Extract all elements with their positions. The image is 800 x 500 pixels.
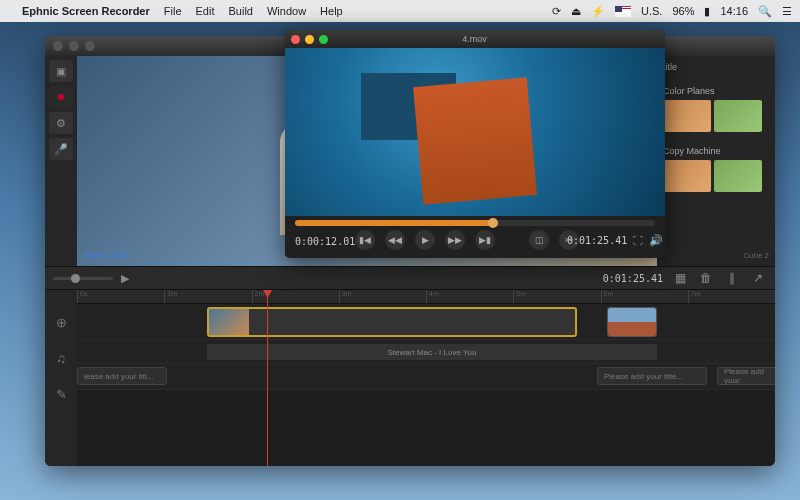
video-clip[interactable] xyxy=(607,307,657,337)
watermark-label: Water mark xyxy=(83,250,129,260)
close-icon[interactable] xyxy=(291,35,300,44)
title-clip[interactable]: Please add your xyxy=(717,367,775,385)
wifi-icon[interactable]: ⚡ xyxy=(591,5,605,18)
preview-window: 4.mov 0:00:12.01 ▮◀ ◀◀ ▶ ▶▶ ▶▮ ◫ ✂ 0:01:… xyxy=(285,30,665,258)
minimize-icon[interactable] xyxy=(305,35,314,44)
library-icon[interactable]: ▦ xyxy=(671,269,689,287)
title-clip[interactable]: lease add your titl... xyxy=(77,367,167,385)
spotlight-icon[interactable]: 🔍 xyxy=(758,5,772,18)
locale-label: U.S. xyxy=(641,5,662,17)
effect-thumb[interactable] xyxy=(663,160,711,192)
crop-icon[interactable]: ◫ xyxy=(529,230,549,250)
notification-icon[interactable]: ☰ xyxy=(782,5,792,18)
mid-toolbar: ▶ 0:01:25.41 ▦ 🗑 ∥ ↗ xyxy=(45,266,775,290)
effect-thumb[interactable] xyxy=(714,100,762,132)
battery-icon[interactable]: ▮ xyxy=(704,5,710,18)
eject-icon[interactable]: ⏏ xyxy=(571,5,581,18)
timeline-ruler[interactable]: 0s1m2m3m4m5m6m7m xyxy=(77,290,775,304)
preview-titlebar[interactable]: 4.mov xyxy=(285,30,665,48)
prev-icon[interactable]: ▮◀ xyxy=(355,230,375,250)
zoom-icon[interactable] xyxy=(85,41,95,51)
effect-thumb[interactable] xyxy=(714,160,762,192)
timecode-right: 0:01:25.41 xyxy=(603,273,663,284)
title-track[interactable]: lease add your titl... Please add your t… xyxy=(77,364,775,390)
title-effect-label: title xyxy=(663,62,769,72)
mac-menubar: Ephnic Screen Recorder File Edit Build W… xyxy=(0,0,800,22)
playhead[interactable] xyxy=(267,290,268,466)
minimize-icon[interactable] xyxy=(69,41,79,51)
next-icon[interactable]: ▶▮ xyxy=(475,230,495,250)
menu-edit[interactable]: Edit xyxy=(196,5,215,17)
scrubber[interactable] xyxy=(295,220,655,226)
audio-track[interactable]: Stewart Mac - I Love You xyxy=(77,340,775,364)
play-mini-icon[interactable]: ▶ xyxy=(121,272,129,285)
mic-icon[interactable]: 🎤 xyxy=(49,138,73,160)
audio-track-icon[interactable]: ♫ xyxy=(45,340,77,376)
effect-badge: Cube 2 xyxy=(663,251,769,260)
menu-help[interactable]: Help xyxy=(320,5,343,17)
effect-thumb[interactable] xyxy=(663,100,711,132)
menubar-app-name[interactable]: Ephnic Screen Recorder xyxy=(22,5,150,17)
share-icon[interactable]: ↗ xyxy=(749,269,767,287)
record-button[interactable] xyxy=(49,86,73,108)
volume-icon[interactable]: 🔊 xyxy=(649,234,663,247)
rewind-icon[interactable]: ◀◀ xyxy=(385,230,405,250)
battery-label: 96% xyxy=(672,5,694,17)
title-clip[interactable]: Please add your title... xyxy=(597,367,707,385)
menu-build[interactable]: Build xyxy=(228,5,252,17)
preview-filename: 4.mov xyxy=(334,34,615,44)
zoom-slider[interactable] xyxy=(53,277,113,280)
menu-file[interactable]: File xyxy=(164,5,182,17)
video-clip[interactable] xyxy=(207,307,577,337)
left-toolbar: ▣ ⚙ 🎤 xyxy=(45,56,77,266)
adjust-icon[interactable]: ∥ xyxy=(723,269,741,287)
timecode-total: 0:01:25.41 xyxy=(567,235,627,246)
forward-icon[interactable]: ▶▶ xyxy=(445,230,465,250)
camera-icon[interactable]: ▣ xyxy=(49,60,73,82)
timeline: ⊕ ♫ ✎ 0s1m2m3m4m5m6m7m Stewart Mac - I L… xyxy=(45,290,775,466)
effect-copy-machine: Copy Machine xyxy=(663,146,769,156)
effect-color-planes: Color Planes xyxy=(663,86,769,96)
play-icon[interactable]: ▶ xyxy=(415,230,435,250)
trash-icon[interactable]: 🗑 xyxy=(697,269,715,287)
audio-clip[interactable]: Stewart Mac - I Love You xyxy=(207,344,657,360)
settings-icon[interactable]: ⚙ xyxy=(49,112,73,134)
video-track-icon[interactable]: ⊕ xyxy=(45,304,77,340)
menu-window[interactable]: Window xyxy=(267,5,306,17)
fullscreen-icon[interactable]: ⛶ xyxy=(633,235,643,246)
close-icon[interactable] xyxy=(53,41,63,51)
sync-icon[interactable]: ⟳ xyxy=(552,5,561,18)
effects-panel: title Color Planes Copy Machine Cube 2 xyxy=(657,56,775,266)
locale-flag-icon[interactable] xyxy=(615,6,631,17)
title-track-icon[interactable]: ✎ xyxy=(45,376,77,412)
clock-label: 14:16 xyxy=(720,5,748,17)
zoom-icon[interactable] xyxy=(319,35,328,44)
timecode-current: 0:00:12.01 xyxy=(295,236,355,247)
video-track[interactable] xyxy=(77,304,775,340)
preview-video[interactable] xyxy=(285,48,665,216)
